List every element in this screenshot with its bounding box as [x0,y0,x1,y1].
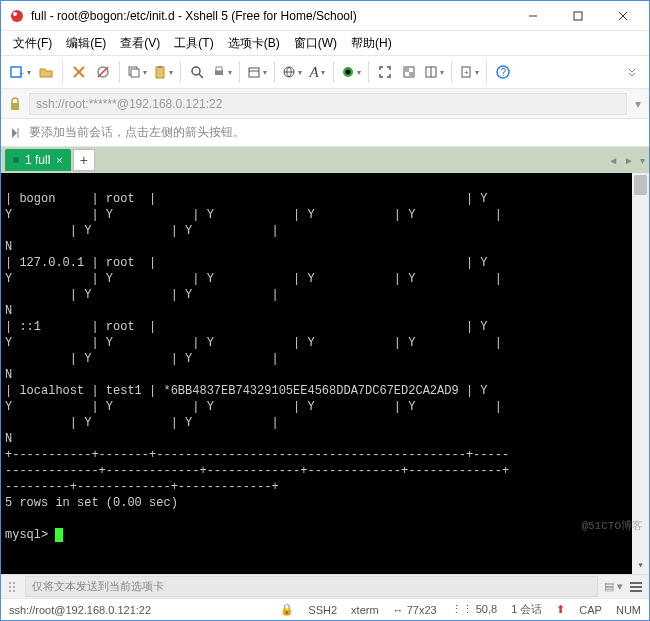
menubar: 文件(F) 编辑(E) 查看(V) 工具(T) 选项卡(B) 窗口(W) 帮助(… [1,31,649,55]
terminal-output: | bogon | root | | Y Y | Y | Y | Y | Y |… [5,192,509,542]
lock-icon [9,97,21,111]
tab-add-button[interactable]: + [73,149,95,171]
cursor-icon [55,528,63,542]
status-bar: ssh://root@192.168.0.121:22 🔒 SSH2 xterm… [1,598,649,620]
font-button[interactable]: A [306,59,328,85]
separator [451,61,452,83]
help-button[interactable]: ? [492,59,514,85]
open-button[interactable] [35,59,57,85]
reconnect-button[interactable] [68,59,90,85]
separator [62,61,63,83]
menu-file[interactable]: 文件(F) [7,33,58,54]
status-caps: CAP [579,604,602,616]
compose-menu-icon[interactable] [629,581,643,593]
svg-point-36 [9,586,11,588]
titlebar: full - root@bogon:/etc/init.d - Xshell 5… [1,1,649,31]
status-ssh: SSH2 [308,604,337,616]
svg-point-0 [11,10,23,22]
status-connection: ssh://root@192.168.0.121:22 [9,604,151,616]
svg-rect-32 [11,103,19,110]
tab-next-icon[interactable]: ► [624,155,634,166]
terminal[interactable]: | bogon | root | | Y Y | Y | Y | Y | Y |… [1,173,649,574]
toolbar-overflow-icon[interactable] [621,59,643,85]
find-button[interactable] [186,59,208,85]
status-cursor: 50,8 [476,603,497,615]
svg-rect-3 [574,12,582,20]
svg-rect-13 [158,66,162,68]
toolbar: + A + ? [1,55,649,89]
copy-button[interactable] [125,59,149,85]
svg-point-1 [13,12,17,16]
minimize-button[interactable] [510,2,555,30]
compose-input[interactable]: 仅将文本发送到当前选项卡 [25,576,598,597]
compose-bar: 仅将文本发送到当前选项卡 ▤ ▾ [1,574,649,598]
status-lock-icon: 🔒 [280,603,294,616]
separator [239,61,240,83]
menu-window[interactable]: 窗口(W) [288,33,343,54]
tab-menu-icon[interactable]: ▾ [640,155,645,166]
hint-text: 要添加当前会话，点击左侧的箭头按钮。 [29,124,245,141]
close-button[interactable] [600,2,645,30]
separator [333,61,334,83]
encoding-button[interactable] [280,59,304,85]
status-link-icon: ⬆ [556,603,565,616]
svg-point-37 [13,586,15,588]
status-cursor-icon: ⋮⋮ [451,603,476,615]
app-icon [9,8,25,24]
print-button[interactable] [210,59,234,85]
tab-label: 1 full [25,153,50,167]
svg-rect-18 [249,68,259,77]
svg-point-34 [9,582,11,584]
status-sessions: 1 会话 [511,602,542,617]
new-session-button[interactable]: + [7,59,33,85]
scrollbar-thumb[interactable] [634,175,647,195]
tab-close-icon[interactable]: × [56,154,62,166]
compose-target-icon[interactable]: ▤ ▾ [604,580,623,593]
status-num: NUM [616,604,641,616]
svg-text:+: + [19,69,24,79]
menu-tools[interactable]: 工具(T) [168,33,219,54]
svg-text:?: ? [501,67,507,78]
svg-point-14 [192,67,200,75]
address-input[interactable]: ssh://root:******@192.168.0.121:22 [29,93,627,115]
paste-button[interactable] [151,59,175,85]
svg-rect-17 [216,67,222,71]
grip-icon[interactable] [7,580,17,594]
transparency-button[interactable] [398,59,420,85]
address-bar: ssh://root:******@192.168.0.121:22 ▾ [1,89,649,119]
svg-rect-11 [131,69,139,77]
window-title: full - root@bogon:/etc/init.d - Xshell 5… [31,9,510,23]
separator [119,61,120,83]
status-term: xterm [351,604,379,616]
menu-edit[interactable]: 编辑(E) [60,33,112,54]
address-dropdown-icon[interactable]: ▾ [635,97,641,111]
tab-bar: 1 full × + ◄ ► ▾ [1,147,649,173]
maximize-button[interactable] [555,2,600,30]
svg-point-22 [346,70,351,75]
scrollbar[interactable]: ▾ [632,173,649,574]
separator [274,61,275,83]
svg-rect-24 [404,67,409,72]
separator [368,61,369,83]
properties-button[interactable] [245,59,269,85]
svg-text:+: + [464,68,469,77]
disconnect-button[interactable] [92,59,114,85]
hint-bar: 要添加当前会话，点击左侧的箭头按钮。 [1,119,649,147]
svg-rect-12 [156,67,164,78]
hint-arrow-icon[interactable] [9,126,23,140]
menu-help[interactable]: 帮助(H) [345,33,398,54]
separator [180,61,181,83]
svg-point-38 [9,590,11,592]
svg-line-15 [199,74,203,78]
script-button[interactable]: + [457,59,481,85]
menu-tabs[interactable]: 选项卡(B) [222,33,286,54]
scrollbar-down-icon[interactable]: ▾ [632,557,649,574]
tab-prev-icon[interactable]: ◄ [608,155,618,166]
color-button[interactable] [339,59,363,85]
layout-button[interactable] [422,59,446,85]
fullscreen-button[interactable] [374,59,396,85]
status-size-icon: ↔ [393,604,407,616]
tab-status-icon [13,157,19,163]
tab-active[interactable]: 1 full × [5,149,71,171]
menu-view[interactable]: 查看(V) [114,33,166,54]
